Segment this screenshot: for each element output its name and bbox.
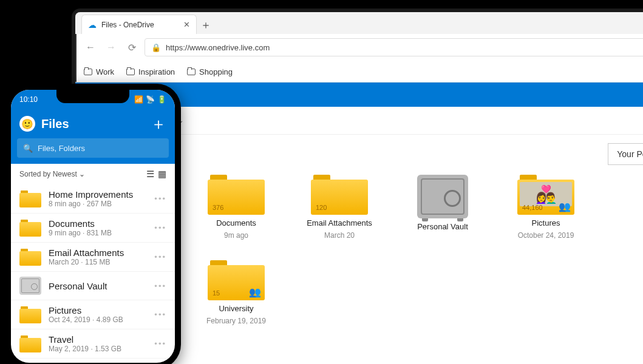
list-item[interactable]: Documents9 min ago · 831 MB••• <box>11 214 175 243</box>
lock-icon: 🔒 <box>151 43 161 52</box>
favorite-inspiration[interactable]: Inspiration <box>126 67 175 76</box>
phone-status-icons: 📶 📡 🔋 <box>134 95 166 104</box>
phone-search-wrap: 🔍 Files, Folders <box>11 138 175 164</box>
folder-tile[interactable]: 120Email AttachmentsMarch 20 <box>300 175 379 240</box>
chevron-down-icon: ⌄ <box>79 170 85 178</box>
item-meta: March 20 · 115 MB <box>49 258 147 266</box>
avatar[interactable]: 🙂 <box>19 116 35 132</box>
folder-icon: 120 <box>311 175 368 215</box>
grid-view-icon[interactable]: ▦ <box>158 169 166 180</box>
folder-icon: 44,160👥 <box>517 175 574 215</box>
item-name: Travel <box>49 334 147 345</box>
folder-icon <box>126 69 135 75</box>
new-tab-button[interactable]: ＋ <box>197 16 215 34</box>
list-item[interactable]: TravelMay 2, 2019 · 1.53 GB••• <box>11 329 175 359</box>
phone-header: 🙂 Files ＋ <box>11 109 175 138</box>
url-text: https://www.onedrive.live.com <box>166 43 270 52</box>
item-name: Personal Vault <box>49 281 147 291</box>
list-item[interactable]: PicturesOct 24, 2019 · 4.89 GB••• <box>11 300 175 329</box>
list-item[interactable]: Home Improvements8 min ago · 267 MB••• <box>11 184 175 214</box>
vault-chip-label: Your Perso <box>617 149 643 159</box>
favorite-label: Inspiration <box>138 67 175 76</box>
favorite-label: Work <box>96 67 114 76</box>
signal-icon: 📶 <box>134 95 143 104</box>
folder-icon <box>19 190 41 207</box>
shared-icon: 👥 <box>559 201 571 212</box>
folder-icon <box>19 335 41 352</box>
address-bar-row: ← → ⟳ 🔒 https://www.onedrive.live.com <box>75 34 643 61</box>
phone-sort-bar: Sorted by Newest ⌄ ☰ ▦ <box>11 164 175 184</box>
tile-meta: February 19, 2019 <box>206 317 266 325</box>
search-icon: 🔍 <box>23 144 33 153</box>
battery-icon: 🔋 <box>157 95 166 104</box>
add-button[interactable]: ＋ <box>151 113 166 135</box>
item-name: Home Improvements <box>49 189 147 200</box>
tile-meta: October 24, 2019 <box>518 231 574 240</box>
forward-button[interactable]: → <box>103 39 119 55</box>
tile-name: Documents <box>216 218 256 228</box>
phone-header-title: Files <box>41 117 145 131</box>
phone-time: 10:10 <box>19 95 38 104</box>
address-bar[interactable]: 🔒 https://www.onedrive.live.com <box>145 38 643 56</box>
more-icon[interactable]: ••• <box>154 252 166 261</box>
onedrive-cloud-icon: ☁ <box>88 20 97 30</box>
tile-meta: March 20 <box>324 231 355 240</box>
favorite-label: Shopping <box>199 67 233 76</box>
more-icon[interactable]: ••• <box>154 310 166 319</box>
folder-icon <box>187 69 196 75</box>
item-meta: 8 min ago · 267 MB <box>49 200 147 208</box>
more-icon[interactable]: ••• <box>154 281 166 291</box>
more-icon[interactable]: ••• <box>154 194 166 203</box>
search-placeholder: Files, Folders <box>38 144 85 153</box>
favorite-shopping[interactable]: Shopping <box>187 67 233 76</box>
folder-tile[interactable]: 44,160👥PicturesOctober 24, 2019 <box>506 175 585 240</box>
refresh-button[interactable]: ⟳ <box>124 39 140 55</box>
sort-label: Sorted by Newest <box>19 170 77 178</box>
tile-name: Personal Vault <box>417 222 468 231</box>
item-name: Documents <box>49 218 147 229</box>
more-icon[interactable]: ••• <box>154 339 166 348</box>
folder-icon: 15👥 <box>208 260 265 300</box>
favorite-work[interactable]: Work <box>84 67 114 76</box>
item-count: 44,160 <box>522 204 543 211</box>
tab-close-icon[interactable]: ✕ <box>183 20 190 29</box>
tile-name: University <box>219 304 253 313</box>
item-count: 15 <box>213 289 220 297</box>
tab-strip: ☁ Files - OneDrive ✕ ＋ <box>75 12 643 34</box>
item-count: 376 <box>213 204 223 211</box>
folder-icon <box>19 306 41 323</box>
shared-icon: 👥 <box>249 286 261 298</box>
folder-icon <box>19 249 41 266</box>
back-button[interactable]: ← <box>83 39 98 55</box>
item-meta: 9 min ago · 831 MB <box>49 229 147 237</box>
folder-tile[interactable]: 15👥UniversityFebruary 19, 2019 <box>197 260 276 325</box>
phone-notch <box>56 90 129 103</box>
item-meta: May 2, 2019 · 1.53 GB <box>49 345 147 353</box>
folder-icon <box>19 220 41 237</box>
folder-tile[interactable]: 376Documents9m ago <box>197 175 276 240</box>
phone-frame: 10:10 📶 📡 🔋 🙂 Files ＋ 🔍 Files, Folders S… <box>5 84 181 364</box>
personal-vault-chip[interactable]: Your Perso <box>608 143 643 165</box>
tab-title: Files - OneDrive <box>101 21 154 29</box>
tile-name: Email Attachments <box>307 218 372 228</box>
sort-button[interactable]: Sorted by Newest ⌄ <box>19 170 85 178</box>
browser-chrome: ☁ Files - OneDrive ✕ ＋ ← → ⟳ 🔒 https://w… <box>75 12 643 83</box>
favorites-bar: Work Inspiration Shopping <box>75 61 643 83</box>
item-name: Pictures <box>49 305 147 315</box>
vault-icon <box>19 277 41 295</box>
list-view-icon[interactable]: ☰ <box>146 169 154 180</box>
browser-tab[interactable]: ☁ Files - OneDrive ✕ <box>81 15 197 34</box>
folder-icon <box>84 69 92 75</box>
list-item[interactable]: Personal Vault••• <box>11 272 175 300</box>
phone-file-list: Home Improvements8 min ago · 267 MB•••Do… <box>11 184 175 359</box>
vault-icon <box>417 175 468 218</box>
tile-name: Pictures <box>532 218 560 228</box>
folder-tile[interactable]: Personal Vault <box>403 175 482 240</box>
search-input[interactable]: 🔍 Files, Folders <box>17 138 169 158</box>
folder-icon: 376 <box>208 175 265 215</box>
more-icon[interactable]: ••• <box>154 223 166 232</box>
phone-screen: 10:10 📶 📡 🔋 🙂 Files ＋ 🔍 Files, Folders S… <box>11 90 175 363</box>
list-item[interactable]: Email AttachmentsMarch 20 · 115 MB••• <box>11 243 175 272</box>
wifi-icon: 📡 <box>146 95 155 104</box>
item-count: 120 <box>316 204 327 211</box>
